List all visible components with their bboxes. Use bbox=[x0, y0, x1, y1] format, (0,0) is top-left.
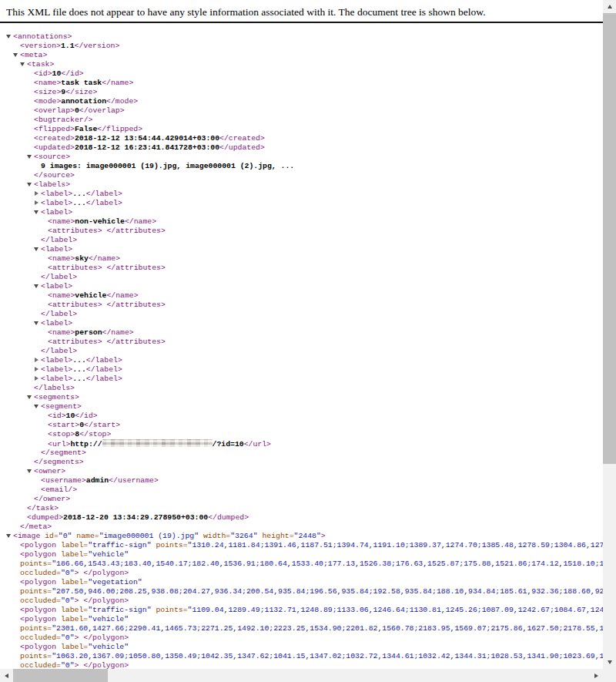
xml-line: </owner> bbox=[0, 495, 603, 504]
xml-tag-token: </segment> bbox=[41, 449, 86, 457]
expanded-arrow-icon[interactable] bbox=[34, 321, 38, 325]
xml-line: 9 images: image000001 (19).jpg, image000… bbox=[0, 162, 603, 171]
xml-tag-token: </start> bbox=[84, 421, 120, 429]
arrow-gutter[interactable] bbox=[13, 51, 20, 60]
arrow-gutter[interactable] bbox=[6, 32, 13, 42]
arrow-gutter[interactable] bbox=[6, 532, 13, 541]
xml-line: </source> bbox=[0, 171, 603, 180]
expanded-arrow-icon[interactable] bbox=[27, 469, 32, 473]
expanded-arrow-icon[interactable] bbox=[27, 155, 32, 159]
xml-tag-token: </stop> bbox=[79, 430, 111, 438]
arrow-gutter[interactable] bbox=[27, 467, 34, 476]
xml-line: <mode>annotation</mode> bbox=[0, 97, 603, 106]
expanded-arrow-icon[interactable] bbox=[20, 62, 25, 66]
xml-line: <label> bbox=[0, 208, 603, 217]
xml-tag-token: <attributes> bbox=[48, 338, 102, 346]
xml-line: </label> bbox=[0, 310, 603, 319]
xml-line: <bugtracker/> bbox=[0, 116, 603, 125]
xml-tag-token: </name> bbox=[125, 217, 156, 226]
arrow-gutter[interactable] bbox=[27, 393, 34, 402]
xml-tag-token: <name> bbox=[34, 79, 61, 87]
arrow-gutter[interactable] bbox=[34, 375, 41, 384]
arrow-gutter[interactable] bbox=[34, 356, 41, 365]
xml-tag-token: </label> bbox=[86, 356, 122, 365]
vertical-scrollbar[interactable] bbox=[603, 0, 616, 669]
xml-line: points="2301.60,1427.66;2290.41,1465.73;… bbox=[0, 624, 603, 633]
xml-tag-token: <polygon bbox=[20, 541, 56, 549]
xml-tag-token: </attributes> bbox=[106, 301, 165, 309]
xml-tag-token: <stop> bbox=[48, 430, 75, 438]
xml-tag-token: </name> bbox=[106, 291, 138, 300]
xml-attribute-name: name= bbox=[72, 532, 99, 540]
expanded-arrow-icon[interactable] bbox=[34, 210, 38, 214]
xml-line: <segment> bbox=[0, 402, 603, 412]
xml-line: <meta> bbox=[0, 51, 603, 60]
expanded-arrow-icon[interactable] bbox=[34, 247, 38, 251]
collapsed-arrow-icon[interactable] bbox=[35, 191, 38, 196]
xml-tag-token: <label> bbox=[41, 282, 72, 291]
xml-viewer-message: This XML file does not appear to have an… bbox=[6, 6, 597, 18]
xml-attribute-name: occluded= bbox=[20, 596, 61, 605]
xml-tag-token: <overlap> bbox=[34, 106, 75, 115]
collapsed-arrow-icon[interactable] bbox=[35, 367, 38, 371]
xml-attribute-name: occluded= bbox=[20, 661, 61, 669]
scroll-right-button[interactable] bbox=[590, 669, 603, 682]
xml-line: <name>person</name> bbox=[0, 328, 603, 338]
arrow-gutter[interactable] bbox=[34, 319, 41, 328]
arrow-gutter[interactable] bbox=[34, 282, 41, 291]
expanded-arrow-icon[interactable] bbox=[27, 395, 32, 399]
arrow-gutter[interactable] bbox=[34, 208, 41, 217]
xml-tag-token: </name> bbox=[89, 254, 120, 263]
xml-line: <labels> bbox=[0, 180, 603, 190]
expanded-arrow-icon[interactable] bbox=[34, 284, 38, 288]
xml-line: <label>...</label> bbox=[0, 375, 603, 384]
scroll-left-button[interactable] bbox=[0, 669, 13, 682]
xml-tag-token: <task> bbox=[27, 60, 54, 69]
horizontal-scrollbar-thumb[interactable] bbox=[13, 669, 108, 682]
xml-line: <overlap>0</overlap> bbox=[0, 106, 603, 116]
expanded-arrow-icon[interactable] bbox=[6, 534, 11, 538]
xml-line: <size>9</size> bbox=[0, 88, 603, 97]
expanded-arrow-icon[interactable] bbox=[6, 35, 11, 39]
vertical-scrollbar-thumb[interactable] bbox=[603, 13, 616, 464]
xml-attribute-name: label= bbox=[56, 606, 88, 614]
xml-line: <label> bbox=[0, 245, 603, 254]
expanded-arrow-icon[interactable] bbox=[27, 183, 32, 186]
horizontal-scrollbar[interactable] bbox=[0, 669, 603, 682]
collapsed-arrow-icon[interactable] bbox=[35, 358, 38, 362]
xml-line: <owner> bbox=[0, 467, 603, 476]
expanded-arrow-icon[interactable] bbox=[13, 53, 18, 57]
header-divider bbox=[0, 22, 603, 23]
collapsed-arrow-icon[interactable] bbox=[35, 376, 38, 381]
arrow-gutter[interactable] bbox=[34, 402, 41, 412]
scroll-up-button[interactable] bbox=[603, 0, 616, 13]
xml-line: <polygon label="traffic-sign" points="11… bbox=[0, 606, 603, 615]
xml-attribute-name: points= bbox=[20, 624, 52, 633]
xml-tag-token: <segments> bbox=[34, 393, 79, 401]
xml-line: <version>1.1</version> bbox=[0, 42, 603, 51]
arrow-gutter[interactable] bbox=[27, 180, 34, 190]
arrow-gutter[interactable] bbox=[34, 245, 41, 254]
arrow-gutter[interactable] bbox=[20, 60, 27, 69]
arrow-gutter[interactable] bbox=[34, 365, 41, 375]
xml-line: <polygon label="vehicle" bbox=[0, 550, 603, 559]
xml-attribute-value: "0" bbox=[61, 633, 75, 642]
xml-line: </meta> bbox=[0, 522, 603, 532]
xml-tag-token: </polygon> bbox=[83, 569, 129, 577]
xml-attribute-value: "traffic-sign" bbox=[88, 606, 151, 614]
xml-tag-token: </meta> bbox=[20, 522, 52, 531]
xml-line: <id>10</id> bbox=[0, 69, 603, 79]
collapsed-arrow-icon[interactable] bbox=[35, 200, 38, 205]
scroll-down-button[interactable] bbox=[603, 656, 616, 669]
xml-attribute-name: points= bbox=[20, 559, 52, 568]
xml-line: <name>task task</name> bbox=[0, 79, 603, 88]
xml-line: <dumped>2018-12-20 13:34:29.278950+03:00… bbox=[0, 513, 603, 522]
xml-tag-token: <label> bbox=[41, 365, 72, 374]
xml-tag-token: </dumped> bbox=[208, 513, 249, 522]
expanded-arrow-icon[interactable] bbox=[34, 405, 38, 408]
arrow-gutter[interactable] bbox=[27, 153, 34, 162]
xml-attribute-value: "1109.04,1289.49;1132.71,1248.89;1133.06… bbox=[188, 606, 603, 614]
xml-text-node: vehicle bbox=[75, 291, 106, 300]
arrow-gutter[interactable] bbox=[34, 190, 41, 199]
arrow-gutter[interactable] bbox=[34, 199, 41, 208]
